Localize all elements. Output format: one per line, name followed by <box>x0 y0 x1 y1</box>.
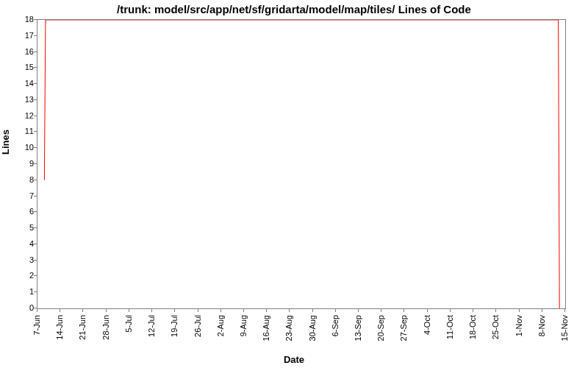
x-tick-label: 27-Sep <box>399 315 408 341</box>
y-tick-mark <box>34 291 37 292</box>
x-tick-label: 21-Jun <box>78 315 87 340</box>
y-tick-label: 6 <box>12 207 34 216</box>
chart-title: /trunk: model/src/app/net/sf/gridarta/mo… <box>0 3 588 15</box>
x-tick-label: 30-Aug <box>308 315 317 341</box>
x-tick-mark <box>289 309 290 312</box>
x-tick-label: 9-Aug <box>239 315 248 336</box>
y-tick-label: 17 <box>12 31 34 40</box>
y-tick-mark <box>34 19 37 20</box>
y-tick-label: 11 <box>12 127 34 135</box>
y-tick-mark <box>34 227 37 228</box>
x-tick-label: 19-Jul <box>170 315 179 337</box>
y-tick-mark <box>34 52 37 52</box>
x-tick-label: 4-Oct <box>423 315 431 335</box>
x-tick-label: 8-Nov <box>537 315 546 336</box>
plot-area <box>37 19 566 309</box>
x-tick-mark <box>37 309 37 312</box>
y-tick-mark <box>34 275 37 276</box>
x-tick-mark <box>404 309 404 312</box>
x-tick-mark <box>198 309 198 312</box>
y-tick-label: 15 <box>12 63 34 71</box>
x-tick-label: 28-Jun <box>101 315 110 340</box>
y-tick-label: 7 <box>12 191 34 200</box>
x-tick-label: 12-Jul <box>147 315 156 337</box>
y-tick-label: 2 <box>12 271 34 280</box>
x-tick-label: 20-Sep <box>376 315 385 341</box>
y-tick-mark <box>34 83 37 84</box>
x-tick-mark <box>266 309 267 312</box>
y-tick-label: 13 <box>12 95 34 104</box>
y-tick-label: 1 <box>12 287 34 296</box>
x-tick-mark <box>381 309 381 312</box>
x-axis-label: Date <box>0 354 588 365</box>
x-tick-label: 7-Jun <box>32 315 41 336</box>
y-tick-label: 4 <box>12 239 34 248</box>
x-tick-mark <box>151 309 152 312</box>
x-tick-label: 11-Oct <box>445 315 454 339</box>
x-tick-label: 18-Oct <box>468 315 477 339</box>
y-tick-label: 5 <box>12 223 34 232</box>
y-tick-mark <box>34 116 37 116</box>
x-tick-mark <box>82 309 83 312</box>
x-tick-label: 2-Aug <box>216 315 225 336</box>
y-tick-mark <box>34 35 37 36</box>
data-line <box>37 20 565 308</box>
x-tick-label: 26-Jul <box>193 315 202 337</box>
y-tick-label: 14 <box>12 79 34 88</box>
x-tick-mark <box>335 309 336 312</box>
x-tick-label: 5-Jul <box>124 315 133 333</box>
y-tick-mark <box>34 163 37 164</box>
x-tick-mark <box>519 309 520 312</box>
y-tick-label: 12 <box>12 111 34 120</box>
y-tick-label: 3 <box>12 255 34 264</box>
x-tick-label: 25-Oct <box>491 315 500 339</box>
x-tick-mark <box>312 309 313 312</box>
y-tick-mark <box>34 308 37 308</box>
x-tick-mark <box>174 309 175 312</box>
y-tick-label: 16 <box>12 47 34 56</box>
x-tick-mark <box>473 309 473 312</box>
y-tick-mark <box>34 211 37 212</box>
y-tick-label: 18 <box>12 15 34 24</box>
x-tick-mark <box>427 309 428 312</box>
x-tick-mark <box>450 309 451 312</box>
x-tick-mark <box>542 309 542 312</box>
x-tick-mark <box>60 309 60 312</box>
y-tick-mark <box>34 260 37 261</box>
chart-container: /trunk: model/src/app/net/sf/gridarta/mo… <box>0 0 588 368</box>
x-tick-mark <box>358 309 359 312</box>
x-tick-label: 14-Jun <box>55 315 64 340</box>
x-tick-mark <box>220 309 221 312</box>
x-tick-label: 1-Nov <box>514 315 523 336</box>
x-tick-label: 16-Aug <box>262 315 270 341</box>
y-tick-mark <box>34 67 37 68</box>
x-tick-label: 13-Sep <box>354 315 362 341</box>
y-tick-mark <box>34 244 37 244</box>
y-tick-mark <box>34 147 37 148</box>
y-tick-mark <box>34 180 37 180</box>
y-axis-label: Lines <box>0 130 11 155</box>
y-tick-mark <box>34 131 37 132</box>
y-tick-label: 9 <box>12 159 34 168</box>
x-tick-mark <box>243 309 244 312</box>
x-tick-mark <box>129 309 129 312</box>
x-tick-label: 15-Nov <box>560 315 569 341</box>
x-tick-mark <box>495 309 496 312</box>
x-tick-label: 23-Aug <box>284 315 293 341</box>
y-tick-label: 10 <box>12 143 34 152</box>
y-tick-label: 8 <box>12 175 34 184</box>
x-tick-mark <box>564 309 565 312</box>
y-tick-label: 0 <box>12 303 34 312</box>
x-tick-mark <box>106 309 107 312</box>
x-tick-label: 6-Sep <box>331 315 340 336</box>
y-tick-mark <box>34 196 37 197</box>
y-tick-mark <box>34 99 37 100</box>
